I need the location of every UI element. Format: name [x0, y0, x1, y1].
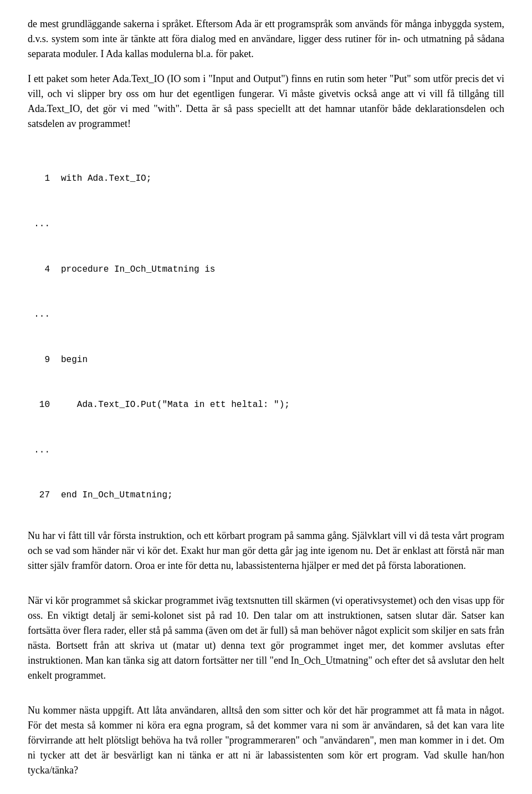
spacer-3 [28, 788, 504, 794]
paragraph-5: Nu kommer nästa uppgift. Att låta använd… [28, 703, 504, 778]
paragraph-3: Nu har vi fått till vår första instrukti… [28, 528, 504, 573]
code-line-9: 9 begin [28, 353, 504, 368]
paragraph-4: När vi kör programmet så skickar program… [28, 593, 504, 683]
spacer-2 [28, 693, 504, 703]
paragraph-1: de mest grundläggande sakerna i språket.… [28, 17, 504, 62]
line-number: ... [28, 443, 50, 458]
line-number: 4 [28, 262, 50, 277]
line-number: 27 [28, 488, 50, 503]
code-line-27: 27 end In_Och_Utmatning; [28, 488, 504, 503]
code-line-dots-2: ... [28, 307, 504, 322]
line-number: 1 [28, 171, 50, 186]
code-content: Ada.Text_IO.Put("Mata in ett heltal: "); [61, 398, 290, 413]
code-content: with Ada.Text_IO; [61, 171, 151, 186]
code-line-4: 4 procedure In_Och_Utmatning is [28, 262, 504, 277]
code-content: procedure In_Och_Utmatning is [61, 262, 215, 277]
code-content: end In_Och_Utmatning; [61, 488, 173, 503]
code-block-1: 1 with Ada.Text_IO; ... 4 procedure In_O… [28, 141, 504, 518]
code-line-dots-1: ... [28, 217, 504, 232]
line-number: 10 [28, 398, 50, 413]
paragraph-2: I ett paket som heter Ada.Text_IO (IO so… [28, 72, 504, 131]
code-line-dots-3: ... [28, 443, 504, 458]
spacer-1 [28, 583, 504, 593]
line-number: ... [28, 307, 50, 322]
code-line-10: 10 Ada.Text_IO.Put("Mata in ett heltal: … [28, 398, 504, 413]
line-number: ... [28, 217, 50, 232]
code-line-1: 1 with Ada.Text_IO; [28, 171, 504, 186]
code-content: begin [61, 353, 88, 368]
line-number: 9 [28, 353, 50, 368]
